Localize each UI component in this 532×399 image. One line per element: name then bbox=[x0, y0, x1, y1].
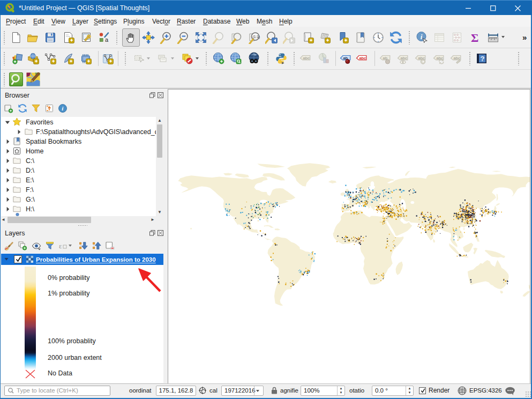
svg-text:abc: abc bbox=[401, 56, 408, 61]
svg-text:?: ? bbox=[481, 55, 485, 63]
svg-text:(1:1): (1:1) bbox=[253, 35, 260, 39]
svg-text:abc: abc bbox=[303, 56, 310, 61]
svg-text:i: i bbox=[421, 33, 423, 41]
svg-text:Σ: Σ bbox=[471, 31, 478, 44]
svg-text:ε: ε bbox=[59, 242, 62, 250]
svg-text:a: a bbox=[105, 36, 109, 43]
svg-text:abc: abc bbox=[454, 56, 461, 61]
svg-text:abc: abc bbox=[359, 56, 366, 61]
